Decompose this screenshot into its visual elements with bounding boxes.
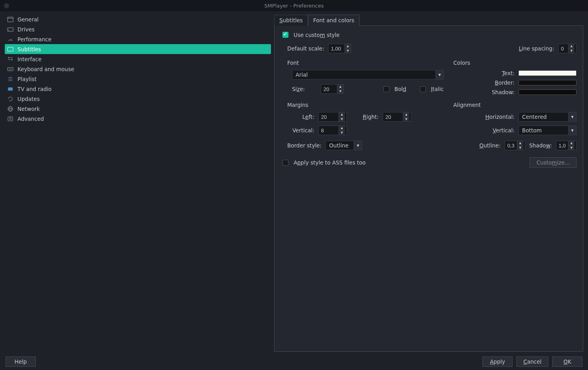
window-title: SMPlayer - Preferences [264, 3, 323, 9]
apply-ass-label: Apply style to ASS files too [294, 159, 366, 166]
chevron-down-icon: ▼ [568, 112, 576, 121]
default-scale-input[interactable]: ▲▼ [328, 44, 351, 53]
sidebar-item-label: Keyboard and mouse [17, 66, 269, 72]
refresh-icon [7, 96, 14, 102]
shadow-color-swatch[interactable] [518, 89, 576, 95]
svg-rect-15 [8, 87, 13, 91]
sidebar-item-updates[interactable]: Updates [5, 94, 271, 104]
alignment-group-label: Alignment [453, 101, 576, 108]
italic-label: Italic [431, 86, 444, 92]
margins-group-label: Margins [287, 101, 444, 108]
svg-point-3 [8, 30, 9, 31]
sidebar-item-keyboard[interactable]: Keyboard and mouse [5, 64, 271, 74]
apply-ass-checkbox[interactable] [282, 160, 288, 166]
line-spacing-input[interactable]: ▲▼ [558, 44, 576, 53]
chevron-down-icon: ▼ [354, 141, 362, 150]
left-margin-input[interactable]: ▲▼ [318, 112, 347, 122]
vertical-margin-input[interactable]: ▲▼ [318, 126, 347, 135]
sidebar-item-network[interactable]: Network [5, 104, 271, 114]
sidebar-item-label: Network [17, 106, 269, 112]
sidebar-item-label: General [17, 16, 269, 23]
chevron-down-icon: ▼ [568, 126, 576, 135]
sliders-icon [7, 56, 14, 62]
tab-font-and-colors[interactable]: Font and colors [308, 15, 360, 26]
sidebar-item-label: Interface [17, 56, 269, 62]
sidebar-item-general[interactable]: General [5, 14, 271, 24]
size-input[interactable]: ▲▼ [321, 84, 344, 94]
playlist-icon [7, 76, 14, 82]
sidebar-item-label: Subtitles [17, 46, 269, 52]
advanced-icon [7, 116, 14, 122]
drive-icon [7, 26, 14, 33]
sidebar-item-label: Drives [17, 26, 269, 33]
sidebar-item-advanced[interactable]: Advanced [5, 114, 271, 124]
sidebar-item-label: TV and radio [17, 86, 269, 92]
sidebar-item-tv[interactable]: TV and radio [5, 84, 271, 94]
italic-checkbox[interactable] [420, 86, 426, 92]
svg-rect-5 [8, 47, 13, 51]
window-close-dot[interactable] [4, 3, 9, 8]
sidebar-item-label: Performance [17, 36, 269, 43]
text-color-swatch[interactable] [518, 70, 576, 76]
bold-label: Bold [395, 86, 406, 92]
font-combo[interactable]: Arial ▼ [292, 70, 444, 79]
svg-rect-2 [8, 28, 13, 31]
outline-input[interactable]: ▲▼ [505, 141, 525, 150]
border-color-swatch[interactable] [518, 80, 576, 85]
svg-point-8 [12, 59, 13, 60]
dialog-footer: Help Apply Cancel OK [0, 353, 588, 370]
text-color-label: Text: [502, 70, 514, 76]
ok-button[interactable]: OK [552, 356, 582, 367]
cancel-button[interactable]: Cancel [516, 356, 548, 367]
tabbar: Subtitles Font and colors [274, 14, 583, 25]
sidebar-item-drives[interactable]: Drives [5, 24, 271, 34]
sidebar: General Drives Performance Subtitles Int [5, 14, 271, 352]
svg-rect-0 [8, 17, 13, 22]
help-button[interactable]: Help [6, 356, 36, 367]
sidebar-item-label: Playlist [17, 76, 269, 82]
border-style-label: Border style: [287, 142, 321, 149]
font-group-label: Font [287, 59, 444, 66]
shadow-width-input[interactable]: ▲▼ [556, 141, 576, 150]
sidebar-item-label: Advanced [17, 116, 269, 122]
colors-group-label: Colors [453, 59, 576, 66]
sidebar-item-performance[interactable]: Performance [5, 34, 271, 44]
vertical-margin-label: Vertical: [292, 127, 314, 134]
subtitles-icon [7, 46, 14, 52]
line-spacing-label: Line spacing: [519, 45, 554, 52]
tab-content: Use custom style Default scale: ▲▼ Line … [274, 25, 583, 352]
right-margin-label: Right: [363, 114, 379, 120]
sidebar-item-label: Updates [17, 96, 269, 102]
keyboard-icon [7, 66, 14, 72]
titlebar: SMPlayer - Preferences [0, 0, 588, 11]
tv-icon [7, 86, 14, 92]
use-custom-style-checkbox[interactable] [282, 32, 288, 38]
svg-rect-19 [8, 117, 13, 121]
left-margin-label: Left: [302, 114, 314, 120]
chevron-down-icon: ▼ [435, 70, 443, 79]
default-scale-label: Default scale: [287, 45, 324, 52]
border-color-label: Border: [495, 79, 514, 86]
svg-point-6 [8, 57, 10, 58]
horizontal-align-combo[interactable]: Centered ▼ [518, 112, 576, 122]
sidebar-item-interface[interactable]: Interface [5, 54, 271, 64]
apply-button[interactable]: Apply [482, 356, 513, 367]
sidebar-item-subtitles[interactable]: Subtitles [5, 44, 271, 54]
vertical-align-label: Vertical: [493, 127, 514, 134]
horizontal-align-label: Horizontal: [485, 114, 514, 120]
right-margin-input[interactable]: ▲▼ [383, 112, 411, 122]
shadow-color-label: Shadow: [492, 89, 514, 95]
window-icon [7, 16, 14, 23]
globe-icon [7, 106, 14, 112]
customize-button[interactable]: Customize... [530, 157, 576, 168]
size-label: Size: [292, 86, 305, 92]
use-custom-style-label: Use custom style [294, 32, 340, 38]
bold-checkbox[interactable] [383, 86, 389, 92]
vertical-align-combo[interactable]: Bottom ▼ [518, 126, 576, 135]
sidebar-item-playlist[interactable]: Playlist [5, 74, 271, 84]
tab-subtitles[interactable]: Subtitles [274, 15, 308, 26]
shadow-width-label: Shadow: [529, 142, 552, 149]
gauge-icon [7, 36, 14, 43]
border-style-combo[interactable]: Outline ▼ [325, 141, 362, 150]
outline-label: Outline: [479, 142, 500, 149]
